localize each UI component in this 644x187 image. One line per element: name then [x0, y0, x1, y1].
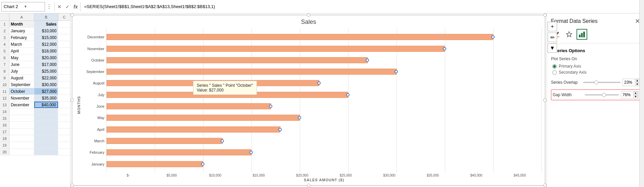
sheet-row[interactable]: 2January$10,000	[0, 28, 70, 34]
cell-a-14[interactable]	[9, 108, 34, 115]
add-element-button[interactable]: +	[548, 22, 557, 31]
sheet-row[interactable]: 11October$27,000	[0, 88, 70, 95]
gap-width-input[interactable]	[623, 92, 633, 97]
handle-top-right[interactable]	[543, 13, 547, 17]
cell-a-17[interactable]	[9, 128, 34, 135]
series-options-icon-button[interactable]	[577, 29, 587, 40]
series-overlap-input[interactable]	[624, 80, 635, 85]
series-options-section-header[interactable]: ▾ Series Options	[551, 48, 640, 53]
cell-a-11[interactable]: October	[9, 88, 34, 95]
chart-container[interactable]: Sales MONTHS DecemberNovemberOctoberSept…	[72, 15, 545, 186]
bar-fill[interactable]	[106, 92, 348, 98]
secondary-axis-radio[interactable]	[552, 70, 557, 75]
sheet-row[interactable]: 1MonthSales	[0, 21, 70, 28]
cell-b-6[interactable]: $20,000	[34, 54, 58, 61]
handle-mid-left[interactable]	[71, 99, 74, 102]
sheet-row[interactable]: 20	[0, 149, 70, 155]
gap-width-increment[interactable]: ▲	[633, 91, 638, 95]
handle-bottom-center[interactable]	[307, 184, 310, 187]
cell-b-8[interactable]: $25,000	[34, 68, 58, 74]
series-overlap-spinner[interactable]: ▲ ▼	[635, 79, 640, 86]
cell-a-10[interactable]: September	[9, 81, 34, 88]
cell-b-14[interactable]	[34, 108, 58, 115]
sheet-row[interactable]: 5April$18,000	[0, 48, 70, 54]
primary-axis-radio[interactable]	[552, 64, 557, 69]
bar-fill[interactable]	[106, 149, 251, 155]
gap-width-value-box[interactable]: ▲ ▼	[621, 91, 638, 99]
cell-b-2[interactable]: $10,000	[34, 28, 58, 34]
cell-b-11[interactable]: $27,000	[34, 88, 58, 95]
sheet-row[interactable]: 18	[0, 135, 70, 142]
handle-bottom-right[interactable]	[543, 184, 547, 187]
sheet-row[interactable]: 12November$35,000	[0, 95, 70, 102]
sheet-row[interactable]: 7June$17,000	[0, 61, 70, 68]
sheet-row[interactable]: 13December$40,000	[0, 102, 70, 108]
confirm-formula-icon[interactable]: ✓	[64, 3, 71, 10]
cell-a-8[interactable]: July	[9, 68, 34, 74]
vertical-scrollbar[interactable]	[639, 0, 644, 187]
handle-bottom-left[interactable]	[71, 184, 74, 187]
formula-input[interactable]	[82, 2, 643, 11]
cell-b-19[interactable]	[34, 142, 58, 148]
sheet-row[interactable]: 9August$22,000	[0, 75, 70, 81]
cell-b-13[interactable]: $40,000	[34, 102, 58, 108]
cell-a-1[interactable]: Month	[9, 21, 34, 27]
cell-b-18[interactable]	[34, 135, 58, 142]
cell-a-12[interactable]: November	[9, 95, 34, 101]
cell-b-3[interactable]: $15,000	[34, 34, 58, 41]
secondary-axis-radio-row[interactable]: Secondary Axis	[552, 70, 640, 75]
cancel-formula-icon[interactable]: ✕	[56, 3, 63, 10]
gap-width-thumb[interactable]	[602, 93, 606, 97]
bar-fill[interactable]	[106, 57, 368, 63]
chart-filters-button[interactable]: ▼	[548, 43, 557, 53]
series-overlap-thumb[interactable]	[594, 80, 598, 84]
gap-width-slider[interactable]	[585, 94, 619, 96]
primary-axis-radio-row[interactable]: Primary Axis	[552, 64, 640, 69]
sheet-row[interactable]: 6May$20,000	[0, 54, 70, 61]
bar-fill[interactable]	[106, 126, 280, 133]
kebab-menu-icon[interactable]: ⋮	[46, 3, 52, 10]
cell-a-2[interactable]: January	[9, 28, 34, 34]
sheet-row[interactable]: 10September$30,000	[0, 81, 70, 88]
cell-b-9[interactable]: $22,000	[34, 75, 58, 81]
cell-b-12[interactable]: $35,000	[34, 95, 58, 101]
bar-fill[interactable]	[106, 46, 445, 52]
cell-a-13[interactable]: December	[9, 102, 34, 108]
bar-fill[interactable]	[106, 34, 493, 40]
cell-b-15[interactable]	[34, 115, 58, 121]
handle-top-center[interactable]	[307, 13, 310, 17]
series-overlap-slider[interactable]	[583, 82, 620, 83]
cell-a-20[interactable]	[9, 149, 34, 155]
cell-b-17[interactable]	[34, 128, 58, 135]
cell-b-16[interactable]	[34, 122, 58, 128]
gap-width-decrement[interactable]: ▼	[633, 95, 638, 99]
bar-fill[interactable]	[106, 80, 319, 86]
cell-a-18[interactable]	[9, 135, 34, 142]
series-overlap-decrement[interactable]: ▼	[635, 83, 640, 86]
sheet-row[interactable]: 14	[0, 108, 70, 115]
effects-icon-button[interactable]	[564, 29, 574, 40]
sheet-row[interactable]: 17	[0, 128, 70, 135]
bar-fill[interactable]	[106, 161, 203, 167]
sheet-row[interactable]: 8July$25,000	[0, 68, 70, 75]
sheet-row[interactable]: 3February$15,000	[0, 34, 70, 41]
cell-a-9[interactable]: August	[9, 75, 34, 81]
bar-fill[interactable]	[106, 115, 300, 121]
cell-a-16[interactable]	[9, 122, 34, 128]
sheet-row[interactable]: 16	[0, 122, 70, 128]
cell-a-15[interactable]	[9, 115, 34, 121]
cell-b-5[interactable]: $18,000	[34, 48, 58, 54]
bar-fill[interactable]	[106, 69, 397, 75]
sheet-row[interactable]: 15	[0, 115, 70, 122]
series-overlap-increment[interactable]: ▲	[635, 79, 640, 82]
handle-mid-right[interactable]	[543, 99, 547, 102]
chart-area[interactable]: Sales MONTHS DecemberNovemberOctoberSept…	[71, 13, 547, 187]
cell-b-4[interactable]: $12,000	[34, 41, 58, 47]
bar-fill[interactable]	[106, 103, 271, 109]
cell-a-6[interactable]: May	[9, 54, 34, 61]
gap-width-spinner[interactable]: ▲ ▼	[633, 91, 638, 99]
cell-a-19[interactable]	[9, 142, 34, 148]
handle-top-left[interactable]	[71, 13, 74, 17]
cell-b-20[interactable]	[34, 149, 58, 155]
bar-fill[interactable]	[106, 138, 223, 144]
